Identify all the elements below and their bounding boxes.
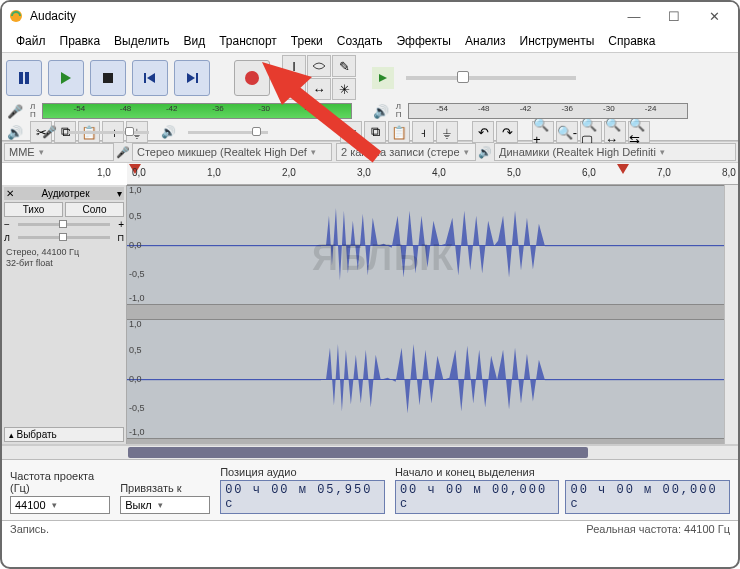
vertical-scrollbar[interactable] <box>724 185 738 444</box>
selection-tool-button[interactable]: I <box>282 55 306 77</box>
cut-button-2[interactable]: ✂ <box>340 121 362 143</box>
mic-device-icon: 🎤 <box>116 146 130 159</box>
speaker-vol-icon: 🔊 <box>161 125 176 139</box>
menu-analyze[interactable]: Анализ <box>459 32 512 50</box>
play-at-speed-button[interactable] <box>372 67 394 89</box>
recording-meter[interactable]: -54 -48 -42 -36 -30 -24 <box>42 103 352 119</box>
svg-rect-8 <box>196 73 198 83</box>
track-select-button[interactable]: ▴ Выбрать <box>4 427 124 442</box>
playhead-marker[interactable] <box>617 164 629 174</box>
snap-to-select[interactable]: Выкл▾ <box>120 496 210 514</box>
window-maximize-button[interactable]: ☐ <box>656 5 692 27</box>
svg-rect-5 <box>144 73 146 83</box>
speaker-out-icon: 🔊 <box>6 125 24 140</box>
svg-rect-2 <box>25 72 29 84</box>
recording-meter-toolbar: 🎤 ЛП -54 -48 -42 -36 -30 -24 🔊 ЛП -54 -4… <box>2 102 738 120</box>
menu-tools[interactable]: Инструменты <box>514 32 601 50</box>
paste-button-2[interactable]: 📋 <box>388 121 410 143</box>
envelope-tool-button[interactable] <box>307 55 331 77</box>
audio-position-label: Позиция аудио <box>220 466 385 478</box>
speaker-icon: 🔊 <box>372 104 390 119</box>
horizontal-scrollbar[interactable] <box>2 445 738 459</box>
stop-button[interactable] <box>90 60 126 96</box>
recording-channels-select[interactable]: 2 канала записи (стере▾ <box>336 143 476 161</box>
title-bar: Audacity — ☐ ✕ <box>2 2 738 30</box>
recording-volume-slider[interactable] <box>69 131 149 134</box>
tools-toolbar: I ✎ 🔍 ↔ ✳ <box>282 55 356 100</box>
multi-tool-button[interactable]: ✳ <box>332 78 356 100</box>
timeline-ruler[interactable]: 1,0 0,0 1,0 2,0 3,0 4,0 5,0 6,0 7,0 8,0 <box>127 163 738 185</box>
audio-host-select[interactable]: MME▾ <box>4 143 114 161</box>
selection-start-field[interactable]: 00 ч 00 м 00,000 с <box>395 480 560 514</box>
pan-slider[interactable] <box>18 236 110 239</box>
selection-end-field[interactable]: 00 ч 00 м 00,000 с <box>565 480 730 514</box>
status-left: Запись. <box>10 523 49 535</box>
project-rate-label: Частота проекта (Гц) <box>10 470 110 494</box>
window-close-button[interactable]: ✕ <box>696 5 732 27</box>
menu-help[interactable]: Справка <box>602 32 661 50</box>
svg-marker-6 <box>147 73 155 83</box>
track-area: ✕Аудиотрек▾ Тихо Соло −+ ЛП Стерео, 4410… <box>2 185 738 445</box>
menu-effect[interactable]: Эффекты <box>390 32 457 50</box>
menu-transport[interactable]: Транспорт <box>213 32 283 50</box>
zoom-fit-sel-button[interactable]: 🔍▢ <box>580 121 602 143</box>
svg-marker-10 <box>379 74 387 82</box>
waveform-display[interactable]: 1,0 0,5 0,0 -0,5 -1,0 1,0 0,5 0,0 -0,5 -… <box>127 185 724 444</box>
window-title: Audacity <box>30 9 616 23</box>
toolbar-area: I ✎ 🔍 ↔ ✳ 🎤 ЛП -54 -48 -42 -36 -30 -24 🔊… <box>2 52 738 141</box>
menu-generate[interactable]: Создать <box>331 32 389 50</box>
menu-tracks[interactable]: Треки <box>285 32 329 50</box>
skip-start-button[interactable] <box>132 60 168 96</box>
solo-button[interactable]: Соло <box>65 202 124 217</box>
svg-rect-4 <box>103 73 113 83</box>
menu-select[interactable]: Выделить <box>108 32 175 50</box>
skip-end-button[interactable] <box>174 60 210 96</box>
mic-icon: 🎤 <box>6 104 24 119</box>
playback-speed-slider[interactable] <box>406 76 576 80</box>
svg-rect-1 <box>19 72 23 84</box>
speaker-device-icon: 🔊 <box>478 146 492 159</box>
timeshift-tool-button[interactable]: ↔ <box>307 78 331 100</box>
pause-button[interactable] <box>6 60 42 96</box>
menu-edit[interactable]: Правка <box>54 32 107 50</box>
app-logo-icon <box>8 8 24 24</box>
play-button[interactable] <box>48 60 84 96</box>
undo-button[interactable]: ↶ <box>472 121 494 143</box>
gain-slider[interactable] <box>18 223 110 226</box>
svg-marker-3 <box>61 72 71 84</box>
zoom-out-button[interactable]: 🔍- <box>556 121 578 143</box>
zoom-in-button[interactable]: 🔍+ <box>532 121 554 143</box>
channel-left[interactable] <box>127 185 724 305</box>
track-format-info: Стерео, 44100 Гц 32-бит float <box>4 245 124 271</box>
channel-right[interactable] <box>127 319 724 439</box>
zoom-tool-button[interactable]: 🔍 <box>282 78 306 100</box>
redo-button[interactable]: ↷ <box>496 121 518 143</box>
mic-vol-icon: 🎤 <box>42 125 57 139</box>
zoom-toggle-button[interactable]: 🔍⇆ <box>628 121 650 143</box>
menu-view[interactable]: Вид <box>177 32 211 50</box>
menu-file[interactable]: Файл <box>10 32 52 50</box>
copy-button-2[interactable]: ⧉ <box>364 121 386 143</box>
transport-toolbar: I ✎ 🔍 ↔ ✳ <box>2 53 738 102</box>
playback-meter[interactable]: -54 -48 -42 -36 -30 -24 <box>408 103 688 119</box>
snap-to-label: Привязать к <box>120 482 210 494</box>
project-rate-select[interactable]: 44100▾ <box>10 496 110 514</box>
zoom-fit-button[interactable]: 🔍↔ <box>604 121 626 143</box>
track-menu-chevron[interactable]: ▾ <box>117 188 122 199</box>
svg-marker-7 <box>187 73 195 83</box>
recording-device-select[interactable]: Стерео микшер (Realtek High Def▾ <box>132 143 332 161</box>
status-bar: Запись. Реальная частота: 44100 Гц <box>2 520 738 537</box>
track-close-button[interactable]: ✕ <box>6 188 14 199</box>
audio-position-field[interactable]: 00 ч 00 м 05,950 с <box>220 480 385 514</box>
mute-button[interactable]: Тихо <box>4 202 63 217</box>
silence-button-2[interactable]: ⏚ <box>436 121 458 143</box>
status-right: Реальная частота: 44100 Гц <box>586 523 730 535</box>
selection-toolbar: Частота проекта (Гц) 44100▾ Привязать к … <box>2 459 738 520</box>
playback-volume-slider[interactable] <box>188 131 268 134</box>
draw-tool-button[interactable]: ✎ <box>332 55 356 77</box>
trim-button-2[interactable]: ⫞ <box>412 121 434 143</box>
record-button[interactable] <box>234 60 270 96</box>
playback-device-select[interactable]: Динамики (Realtek High Definiti▾ <box>494 143 736 161</box>
svg-point-9 <box>245 71 259 85</box>
window-minimize-button[interactable]: — <box>616 5 652 27</box>
